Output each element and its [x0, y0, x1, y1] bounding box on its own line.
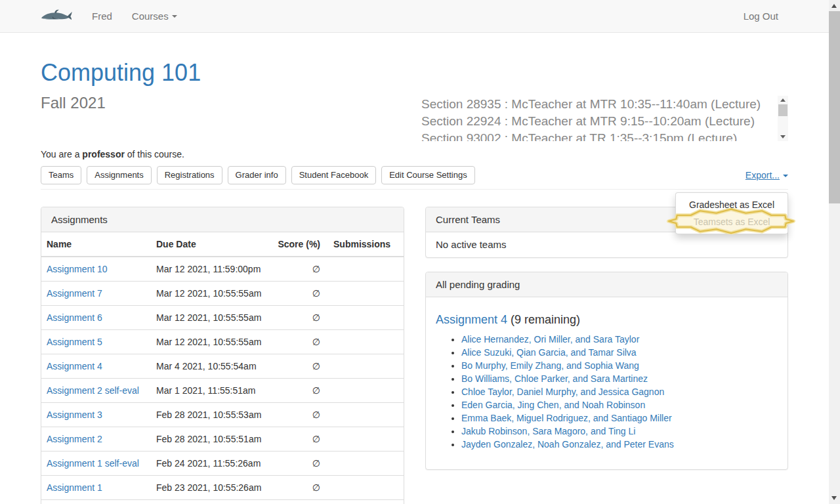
- submissions-cell: [328, 354, 404, 379]
- toolbar-button-student-facebook[interactable]: Student Facebook: [291, 166, 377, 184]
- team-link[interactable]: Alice Suzuki, Qian Garcia, and Tamar Sil…: [461, 347, 637, 358]
- chevron-down-icon: [172, 15, 177, 18]
- brand-link[interactable]: [41, 0, 82, 32]
- scroll-down-icon[interactable]: [831, 496, 837, 500]
- list-item: Emma Baek, Miguel Rodriguez, and Santiag…: [461, 411, 778, 425]
- table-row: Assignment 7Mar 12 2021, 10:55:55am∅: [41, 282, 404, 306]
- dolphin-logo-icon: [41, 9, 72, 23]
- export-dropdown-menu: Gradesheet as Excel Teamsets as Excel: [675, 192, 788, 234]
- scroll-up-icon[interactable]: [780, 98, 786, 102]
- role-value: professor: [82, 149, 125, 159]
- role-sentence: You are a professor of this course.: [41, 148, 788, 161]
- scroll-down-icon[interactable]: [780, 135, 786, 138]
- team-link[interactable]: Bo Murphy, Emily Zhang, and Sophia Wang: [461, 360, 639, 371]
- toolbar-button-teams[interactable]: Teams: [41, 166, 81, 184]
- table-row: Assignment 1 self-evalFeb 24 2021, 11:55…: [41, 452, 404, 476]
- menu-item-teamsets-as-excel[interactable]: Teamsets as Excel: [676, 213, 788, 230]
- submissions-cell: [328, 403, 404, 427]
- assignment-link-assignment-1-self-eval[interactable]: Assignment 1 self-eval: [47, 458, 139, 469]
- list-item: Bo Williams, Chloe Parker, and Sara Mart…: [461, 372, 778, 385]
- list-item: Bo Murphy, Emily Zhang, and Sophia Wang: [461, 359, 778, 372]
- table-row: Assignment 10Mar 12 2021, 11:59:00pm∅: [41, 257, 404, 282]
- nav-item-courses-label: Courses: [132, 10, 169, 22]
- assignment-link-assignment-2[interactable]: Assignment 2: [47, 434, 102, 444]
- table-row: Assignment 5Mar 12 2021, 10:55:55am∅: [41, 330, 404, 354]
- score-cell: ∅: [272, 330, 328, 354]
- pending-groups-list: Alice Hernandez, Ori Miller, and Sara Ta…: [436, 333, 778, 451]
- due-date-cell: Mar 12 2021, 10:55:55am: [151, 306, 272, 330]
- due-date-cell: Mar 4 2021, 10:55:54am: [151, 354, 272, 379]
- menu-item-gradesheet-as-excel[interactable]: Gradesheet as Excel: [676, 196, 788, 213]
- assignment-link-assignment-2-self-eval[interactable]: Assignment 2 self-eval: [47, 385, 139, 396]
- divider: [41, 189, 788, 190]
- list-item: Alice Hernandez, Ori Miller, and Sara Ta…: [461, 333, 778, 346]
- pending-assignment-heading: Assignment 4 (9 remaining): [436, 312, 778, 327]
- section-line: Section 22924 : McTeacher at MTR 9:15--1…: [421, 113, 776, 130]
- due-date-cell: Feb 28 2021, 10:55:51am: [151, 427, 272, 452]
- team-link[interactable]: Chloe Taylor, Daniel Murphy, and Jessica…: [461, 387, 664, 397]
- score-cell: ∅: [272, 379, 328, 403]
- toolbar: TeamsAssignmentsRegistrationsGrader info…: [41, 166, 788, 184]
- submissions-cell: [328, 427, 404, 452]
- assignment-link-assignment-1[interactable]: Assignment 1: [47, 482, 102, 493]
- navbar: Fred Courses Log Out: [0, 0, 840, 33]
- scroll-up-icon[interactable]: [831, 4, 837, 8]
- nav-item-logout[interactable]: Log Out: [734, 0, 788, 32]
- team-link[interactable]: Jayden Gonzalez, Noah Gonzalez, and Pete…: [461, 439, 674, 450]
- due-date-cell: Mar 12 2021, 10:55:55am: [151, 330, 272, 354]
- team-link[interactable]: Eden Garcia, Jing Chen, and Noah Robinso…: [461, 400, 645, 410]
- toolbar-button-grader-info[interactable]: Grader info: [228, 166, 286, 184]
- assignment-link-assignment-4[interactable]: Assignment 4: [47, 361, 102, 371]
- submissions-cell: [328, 257, 404, 282]
- submissions-cell: [328, 476, 404, 500]
- score-cell: ∅: [272, 403, 328, 427]
- list-item: Alice Suzuki, Qian Garcia, and Tamar Sil…: [461, 346, 778, 359]
- team-link[interactable]: Jakub Robinson, Sara Magoro, and Ting Li: [461, 426, 635, 436]
- toolbar-button-registrations[interactable]: Registrations: [157, 166, 222, 184]
- page-title: Computing 101: [41, 60, 788, 86]
- submissions-cell: [328, 379, 404, 403]
- table-row: Assignment 3Feb 28 2021, 10:55:53am∅: [41, 403, 404, 427]
- column-header-due-date: Due Date: [151, 232, 272, 257]
- export-label: Export...: [746, 170, 780, 180]
- menu-item-teamsets-label: Teamsets as Excel: [694, 217, 770, 227]
- team-link[interactable]: Bo Williams, Chloe Parker, and Sara Mart…: [461, 373, 648, 384]
- assignment-link-assignment-7[interactable]: Assignment 7: [47, 288, 102, 299]
- list-item: Jayden Gonzalez, Noah Gonzalez, and Pete…: [461, 438, 778, 451]
- submissions-cell: [328, 282, 404, 306]
- assignments-panel: Assignments Name Due Date Score (%) Subm…: [41, 207, 404, 504]
- team-link[interactable]: Emma Baek, Miguel Rodriguez, and Santiag…: [461, 413, 672, 423]
- assignment-link-assignment-5[interactable]: Assignment 5: [47, 337, 102, 347]
- pending-assignment-link[interactable]: Assignment 4: [436, 313, 507, 326]
- section-list: Section 28935 : McTeacher at MTR 10:35--…: [421, 96, 788, 141]
- team-link[interactable]: Alice Hernandez, Ori Miller, and Sara Ta…: [461, 334, 639, 345]
- assignment-link-assignment-3[interactable]: Assignment 3: [47, 410, 102, 420]
- scrollbar-thumb[interactable]: [829, 11, 840, 203]
- score-cell: ∅: [272, 427, 328, 452]
- table-row: Assignment 4Mar 4 2021, 10:55:54am∅: [41, 354, 404, 379]
- export-dropdown-toggle[interactable]: Export...: [746, 170, 788, 180]
- toolbar-button-edit-course-settings[interactable]: Edit Course Settings: [381, 166, 475, 184]
- sections-scrollbar[interactable]: [778, 96, 788, 141]
- nav-item-courses[interactable]: Courses: [122, 0, 187, 32]
- pending-grading-panel: All pending grading Assignment 4 (9 rema…: [425, 272, 788, 470]
- score-cell: ∅: [272, 452, 328, 476]
- list-item: Jakub Robinson, Sara Magoro, and Ting Li: [461, 425, 778, 438]
- role-prefix: You are a: [41, 149, 82, 159]
- browser-scrollbar[interactable]: [829, 0, 840, 504]
- role-suffix: of this course.: [125, 149, 184, 159]
- scrollbar-thumb[interactable]: [778, 104, 788, 116]
- course-header: Computing 101 Fall 2021 Section 28935 : …: [41, 33, 788, 138]
- due-date-cell: Feb 24 2021, 11:55:26am: [151, 452, 272, 476]
- nav-item-user[interactable]: Fred: [82, 0, 122, 32]
- toolbar-button-assignments[interactable]: Assignments: [87, 166, 151, 184]
- score-cell: ∅: [272, 476, 328, 500]
- table-row: Assignment 2 self-evalMar 1 2021, 11:55:…: [41, 379, 404, 403]
- assignment-link-assignment-6[interactable]: Assignment 6: [47, 312, 102, 323]
- score-cell: ∅: [272, 257, 328, 282]
- assignment-link-assignment-10[interactable]: Assignment 10: [47, 264, 108, 274]
- list-item: Chloe Taylor, Daniel Murphy, and Jessica…: [461, 385, 778, 398]
- due-date-cell: Feb 23 2021, 10:55:26am: [151, 476, 272, 500]
- assignments-table: Name Due Date Score (%) Submissions Assi…: [41, 232, 404, 500]
- remaining-count: (9 remaining): [507, 313, 580, 326]
